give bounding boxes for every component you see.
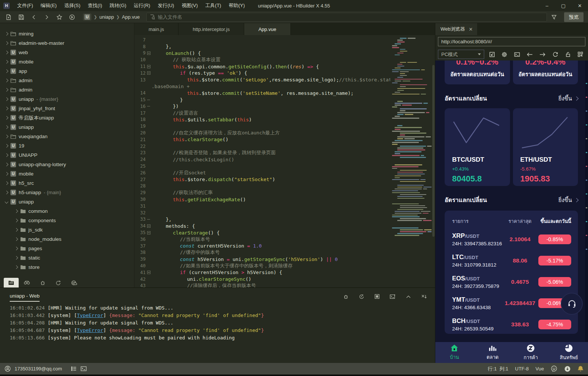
file-search-box[interactable] (146, 13, 547, 22)
notification-bell-icon[interactable] (578, 366, 584, 372)
sync-panel-tab[interactable] (51, 278, 66, 288)
tree-item-static[interactable]: static (0, 253, 134, 262)
browser-tab[interactable]: Web浏览器 ✕ (435, 23, 477, 35)
error-link[interactable]: TypeError (77, 327, 103, 333)
cloud-panel-tab[interactable] (66, 278, 81, 288)
error-link[interactable]: TypeError (77, 313, 103, 318)
tree-item-h5-uniapp[interactable]: Uh5-uniapp - {main} (0, 188, 134, 197)
breadcrumb-project[interactable]: uniapp (99, 14, 114, 20)
console-output[interactable]: 16:01:02.624 [HMR] Waiting for update si… (0, 303, 435, 363)
tree-item-uniapp-qihang-lottery[interactable]: Uuniapp-qihang-lottery (0, 160, 134, 169)
forward-arrow-icon[interactable] (538, 50, 547, 59)
tree-item-帝启版本uniapp[interactable]: U帝启版本uniapp (0, 113, 134, 122)
filter-funnel-icon[interactable] (548, 12, 560, 22)
tree-item-eladmin-web-master[interactable]: eladmin-web-master (0, 38, 134, 48)
new-file-button[interactable] (3, 12, 14, 22)
browser-tab-close-icon[interactable]: ✕ (469, 27, 473, 32)
debug-icon[interactable] (340, 292, 351, 301)
project-chip[interactable]: U (83, 13, 91, 21)
tree-item-mobile[interactable]: Umobile (0, 169, 134, 178)
navigate-back-button[interactable] (28, 12, 40, 22)
back-arrow-icon[interactable] (525, 50, 535, 59)
open-external-icon[interactable] (487, 50, 497, 59)
files-panel-tab[interactable] (4, 278, 19, 288)
device-mode-select[interactable]: PC模式 (438, 50, 484, 59)
ticker-card-eth[interactable]: ETH/USDT -5.67% 1905.83 (513, 108, 578, 186)
minimap[interactable] (392, 36, 432, 288)
minimize-button[interactable]: – (539, 0, 555, 11)
restart-icon[interactable] (356, 292, 367, 301)
tree-item-mining[interactable]: mining (0, 29, 134, 38)
menu-编辑[interactable]: 编辑(E) (37, 0, 60, 11)
new-terminal-icon[interactable] (387, 292, 398, 301)
url-input[interactable]: http://localhost:8080/#/ (438, 37, 585, 46)
file-type[interactable]: Vue (535, 366, 544, 372)
menu-发行[interactable]: 发行(U) (154, 0, 178, 11)
tree-item-admin[interactable]: admin (0, 85, 134, 94)
menu-查找[interactable]: 查找(I) (84, 0, 106, 11)
outline-list-icon[interactable] (71, 366, 77, 371)
tree-item-js_sdk[interactable]: js_sdk (0, 225, 134, 234)
menu-工具[interactable]: 工具(T) (202, 0, 225, 11)
menu-帮助[interactable]: 帮助(Y) (225, 0, 248, 11)
tree-item-web[interactable]: Uweb (0, 48, 134, 57)
menu-选择[interactable]: 选择(S) (60, 0, 84, 11)
editor-tab-http.interceptor.js[interactable]: http.interceptor.js (178, 23, 244, 35)
account-email[interactable]: 1735031199@qq.com (15, 366, 62, 372)
menu-跳转[interactable]: 跳转(G) (106, 0, 130, 11)
console-icon[interactable] (512, 50, 522, 59)
tree-item-admin[interactable]: admin (0, 76, 134, 85)
tree-item-components[interactable]: components (0, 216, 134, 225)
tree-item-jinpai_yhyl_front[interactable]: Ujinpai_yhyl_front (0, 104, 134, 113)
nav-item-บ้าน[interactable]: บ้าน (435, 342, 473, 363)
nav-item-ตลาด[interactable]: ตลาด (473, 342, 511, 363)
menu-文件[interactable]: 文件(F) (13, 0, 37, 11)
nav-item-สินทรัพย์[interactable]: สินทรัพย์ (550, 342, 588, 363)
console-tab[interactable]: uniapp - Web (10, 293, 40, 302)
browser-scrollbar[interactable] (585, 60, 588, 342)
tree-item-19[interactable]: U19 (0, 141, 134, 150)
ticker-card-btc[interactable]: BTC/USDT +0.43% 80405.8 (445, 108, 510, 186)
feedback-chat-icon[interactable] (551, 366, 557, 372)
menu-运行[interactable]: 运行(R) (130, 0, 154, 11)
editor-tab-App.vue[interactable]: App.vue (244, 23, 291, 35)
tree-item-uniapp[interactable]: Uuniapp (0, 197, 134, 206)
maximize-button[interactable]: ▢ (555, 0, 572, 11)
favorite-star-button[interactable] (54, 12, 65, 22)
tree-item-common[interactable]: common (0, 206, 134, 216)
coin-row-BCH[interactable]: BCH/USDT24H: 26539.50549338.63-4.75% (452, 317, 571, 332)
tree-item-pages[interactable]: pages (0, 244, 134, 253)
save-button[interactable] (16, 12, 27, 22)
tree-item-app[interactable]: Uapp (0, 66, 134, 76)
qrcode-icon[interactable] (576, 50, 585, 59)
section-more-link[interactable]: ยิ่งขึ้น (558, 196, 578, 205)
debug-panel-tab[interactable] (35, 278, 50, 288)
menu-视图[interactable]: 视图(V) (178, 0, 201, 11)
tree-item-UNIAPP[interactable]: UUNIAPP (0, 150, 134, 160)
coin-row-YMT[interactable]: YMT/USDT24H: 4366.634381.42384437-0.06% (452, 296, 571, 310)
navigate-forward-button[interactable] (41, 12, 52, 22)
preview-button[interactable]: 预览 (564, 12, 584, 22)
refresh-icon[interactable] (550, 50, 560, 59)
editor-scrollbar[interactable] (432, 65, 435, 237)
close-button[interactable]: ✕ (572, 0, 588, 11)
editor-tab-main.js[interactable]: main.js (134, 23, 178, 35)
tree-item-uniapp[interactable]: Uuniapp (0, 122, 134, 132)
encoding[interactable]: UTF-8 (515, 366, 529, 372)
coin-row-LTC[interactable]: LTC/USDT24H: 310799.3181288.06-5.17% (452, 254, 571, 268)
stop-icon[interactable] (371, 292, 383, 301)
settings-gear-icon[interactable] (500, 50, 509, 59)
tree-item-mobile[interactable]: Umobile (0, 57, 134, 66)
tree-item-h5_src[interactable]: Uh5_src (0, 178, 134, 188)
coin-row-EOS[interactable]: EOS/USDT24H: 3927359.758790.4675-5.06% (452, 275, 571, 289)
code-area[interactable]: 78},9onLaunch() {10// 获取站点基本设置11this.$u.… (134, 35, 435, 288)
tree-item-node_modules[interactable]: node_modules (0, 234, 134, 244)
search-panel-tab[interactable] (19, 278, 34, 288)
terminal-icon[interactable] (81, 366, 87, 371)
run-button[interactable] (66, 12, 78, 22)
unlock-icon[interactable] (563, 50, 573, 59)
update-download-icon[interactable] (564, 366, 571, 372)
customer-service-button[interactable] (561, 293, 582, 314)
promo-card[interactable]: 0.1%~0.2% อัตราผลตอบแทนต่อวัน (445, 60, 510, 84)
coin-row-XRP[interactable]: XRP/USDT24H: 33947385.823162.10064-0.85% (452, 232, 571, 246)
